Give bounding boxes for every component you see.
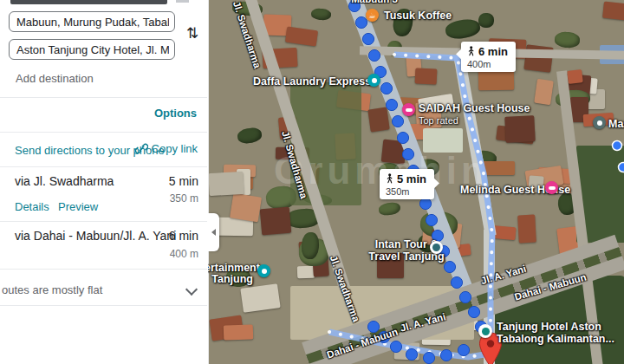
laundry-icon[interactable]	[367, 74, 380, 87]
panel-top-scroll	[176, 0, 189, 3]
entertainment-icon[interactable]	[257, 264, 270, 277]
route-dot[interactable]	[368, 49, 380, 61]
walking-icon	[467, 46, 475, 57]
route-dot[interactable]	[392, 115, 403, 127]
divider	[0, 221, 207, 222]
route-distance: 350 m	[170, 192, 198, 205]
route-dot[interactable]	[423, 352, 434, 363]
route-dot[interactable]	[362, 33, 374, 44]
chevron-down-icon[interactable]	[185, 283, 198, 296]
guesthouse-icon[interactable]	[545, 181, 558, 194]
routes-flat-note: outes are mostly flat	[2, 283, 102, 296]
route-dot[interactable]	[386, 99, 397, 110]
poi-label[interactable]: Daffa Laundry Express	[253, 75, 364, 88]
poi-label[interactable]: Tanjung Hotel Aston	[497, 321, 601, 333]
route-dot[interactable]	[419, 198, 431, 209]
route-dot[interactable]	[444, 261, 455, 272]
route-dot[interactable]	[397, 132, 408, 143]
divider	[0, 166, 207, 167]
route-dot[interactable]	[406, 348, 417, 360]
route-distance: 400 m	[170, 248, 198, 260]
route-dot[interactable]	[426, 214, 437, 225]
walking-icon	[386, 173, 393, 185]
alternate-route-line[interactable]	[394, 55, 492, 345]
coffee-icon[interactable]: ☕	[366, 9, 379, 22]
guesthouse-icon[interactable]	[402, 103, 415, 116]
street-label: Mabuun 3	[351, 0, 398, 4]
route-dot[interactable]	[380, 82, 392, 94]
divider	[0, 269, 207, 270]
collapse-panel-button[interactable]	[208, 213, 219, 251]
poi-label[interactable]: Tanjung	[208, 273, 253, 285]
add-destination-button[interactable]: Add destination	[16, 72, 94, 85]
poi-label[interactable]: Tusuk Koffee	[384, 10, 452, 22]
poi-label[interactable]: SAIDAH Guest House	[419, 102, 530, 114]
poi-label[interactable]: Tabalong Kalimantan...	[497, 333, 614, 345]
route-time-badge[interactable]: 6 min 400m	[461, 42, 516, 72]
panel-top-bar	[10, 0, 167, 4]
route-dot[interactable]	[390, 341, 401, 352]
satellite-map[interactable]: Orumahin Jl. Swadharma Jl. Swadharma Jl.…	[208, 0, 624, 364]
divider	[0, 132, 207, 133]
badge-distance: 350m	[386, 186, 426, 197]
poi-label[interactable]: Mas	[608, 118, 624, 130]
badge-distance: 400m	[467, 59, 508, 69]
alternate-route-dots	[394, 55, 492, 345]
poi-label[interactable]: ertainment	[208, 262, 253, 274]
left-arrow-icon	[211, 229, 216, 236]
directions-panel: ⇅ Add destination Options Send direction…	[0, 0, 209, 364]
badge-time: 6 min	[478, 45, 508, 58]
copy-link-label: Copy link	[152, 142, 198, 155]
route-dot[interactable]	[451, 276, 462, 288]
route-dot[interactable]	[440, 349, 452, 361]
link-icon	[135, 142, 148, 155]
destination-input[interactable]	[9, 39, 175, 60]
copy-link-button[interactable]: Copy link	[135, 142, 198, 155]
route-name: via Jl. Swadharma	[15, 174, 114, 188]
preview-link[interactable]: Preview	[58, 200, 98, 213]
route-name: via Dahai - Mabuun/Jl. A. Yani	[15, 229, 176, 243]
route-time: 6 min	[169, 229, 198, 243]
travel-agency-icon[interactable]	[430, 241, 443, 254]
route-dot[interactable]	[468, 306, 479, 317]
hotel-icon[interactable]	[478, 324, 492, 338]
route-dot[interactable]	[355, 16, 367, 28]
route-dot[interactable]	[459, 291, 471, 302]
mosque-icon[interactable]	[593, 116, 606, 129]
route-time: 5 min	[169, 174, 198, 188]
route-dot[interactable]	[367, 321, 379, 332]
poi-dot[interactable]	[613, 141, 622, 151]
details-link[interactable]: Details	[15, 200, 49, 213]
origin-input[interactable]	[9, 11, 175, 32]
poi-sublabel: Top rated	[419, 115, 458, 126]
poi-dot[interactable]	[619, 163, 624, 172]
badge-time: 5 min	[397, 172, 426, 185]
options-button[interactable]: Options	[154, 107, 197, 120]
divider	[0, 97, 207, 98]
divider	[0, 305, 207, 306]
route-dot[interactable]	[402, 148, 413, 159]
swap-origin-destination-icon[interactable]: ⇅	[183, 23, 202, 44]
route-time-badge[interactable]: 5 min 350m	[380, 169, 434, 199]
route-dot[interactable]	[458, 344, 469, 355]
